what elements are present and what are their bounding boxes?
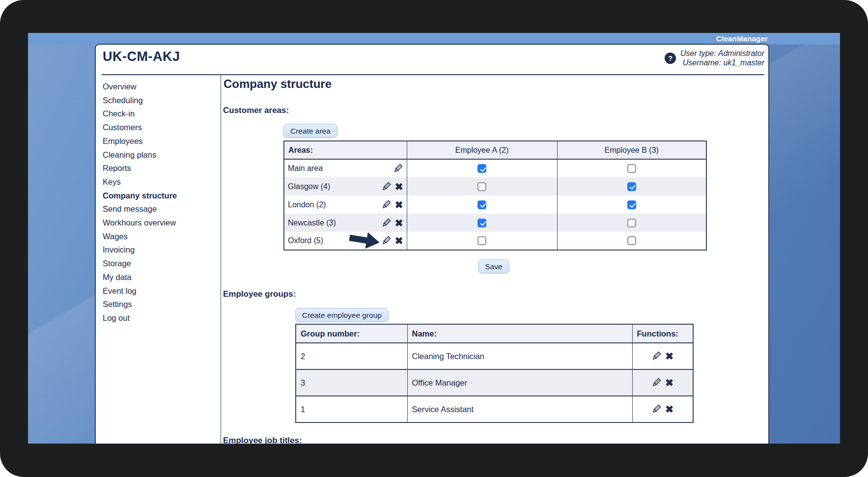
sidebar-item-log-out[interactable]: Log out bbox=[103, 311, 221, 325]
delete-icon[interactable]: ✖ bbox=[395, 182, 403, 192]
delete-icon[interactable]: ✖ bbox=[665, 404, 673, 414]
group-number: 1 bbox=[296, 396, 407, 422]
main-content: Company structure Customer areas: Create… bbox=[221, 75, 768, 444]
edit-icon[interactable] bbox=[392, 163, 403, 174]
group-number: 2 bbox=[296, 343, 407, 369]
delete-icon[interactable]: ✖ bbox=[665, 351, 673, 361]
employee-a-column-header: Employee A (2) bbox=[407, 141, 557, 159]
save-button[interactable]: Save bbox=[478, 259, 509, 274]
group-name: Office Manager bbox=[407, 369, 632, 396]
sidebar-item-invoicing[interactable]: Invoicing bbox=[103, 243, 221, 257]
area-name: Main area bbox=[288, 164, 323, 173]
sidebar-item-storage[interactable]: Storage bbox=[103, 257, 221, 271]
checkbox-employee-a[interactable] bbox=[477, 200, 486, 209]
create-area-button[interactable]: Create area bbox=[283, 124, 337, 138]
sidebar-item-overview[interactable]: Overview bbox=[103, 80, 221, 94]
customer-areas-label: Customer areas: bbox=[223, 106, 289, 115]
edit-icon[interactable] bbox=[381, 235, 392, 246]
area-row: Main area bbox=[284, 159, 706, 177]
username-text: Username: uk1_master bbox=[680, 58, 764, 67]
sidebar-item-scheduling[interactable]: Scheduling bbox=[103, 94, 221, 108]
group-row: 3 Office Manager ✖ bbox=[296, 369, 693, 396]
areas-column-header: Areas: bbox=[284, 141, 407, 159]
device-frame: CleanManager UK-CM-AKJ ? User type: Admi… bbox=[0, 0, 868, 477]
area-row: Glasgow (4) ✖ bbox=[284, 177, 706, 196]
employee-groups-table: Group number: Name: Functions: 2 Cleanin… bbox=[295, 324, 694, 423]
employee-groups-label: Employee groups: bbox=[223, 289, 296, 299]
delete-icon[interactable]: ✖ bbox=[395, 218, 403, 228]
user-type-text: User type: Administrator bbox=[680, 49, 764, 58]
sidebar-item-check-in[interactable]: Check-in bbox=[103, 107, 221, 121]
groups-table-body: 2 Cleaning Technician ✖ 3 Office Manager bbox=[296, 343, 693, 422]
employee-b-column-header: Employee B (3) bbox=[557, 141, 706, 159]
sidebar-item-customers[interactable]: Customers bbox=[103, 121, 221, 135]
user-lines: User type: Administrator Username: uk1_m… bbox=[680, 49, 764, 67]
checkbox-employee-b[interactable] bbox=[627, 164, 636, 173]
brand-bar: CleanManager bbox=[28, 33, 840, 44]
checkbox-employee-a[interactable] bbox=[477, 219, 486, 227]
edit-icon[interactable] bbox=[651, 351, 662, 362]
area-row: Newcastle (3) ✖ bbox=[284, 214, 706, 232]
group-number-column-header: Group number: bbox=[296, 324, 407, 343]
section-heading: Company structure bbox=[224, 77, 332, 91]
area-row: Oxford (5) ✖ bbox=[284, 232, 706, 250]
sidebar-item-workhours-overview[interactable]: Workhours overview bbox=[103, 216, 221, 230]
edit-icon[interactable] bbox=[651, 377, 662, 388]
checkbox-employee-b[interactable] bbox=[627, 219, 636, 227]
checkbox-employee-b[interactable] bbox=[627, 200, 636, 209]
areas-table-body: Main area bbox=[284, 159, 706, 250]
desktop-background: CleanManager UK-CM-AKJ ? User type: Admi… bbox=[28, 33, 840, 444]
brand-label: CleanManager bbox=[716, 34, 768, 43]
delete-icon[interactable]: ✖ bbox=[395, 200, 403, 210]
edit-icon[interactable] bbox=[381, 218, 392, 228]
area-name: Oxford (5) bbox=[288, 236, 323, 245]
groups-header-row: Group number: Name: Functions: bbox=[296, 324, 693, 343]
group-number: 3 bbox=[296, 369, 407, 396]
area-row: London (2) ✖ bbox=[284, 196, 706, 214]
sidebar-nav-list: OverviewSchedulingCheck-inCustomersEmplo… bbox=[96, 75, 221, 325]
group-name-column-header: Name: bbox=[407, 324, 632, 343]
checkbox-employee-b[interactable] bbox=[627, 236, 636, 245]
app-panel: UK-CM-AKJ ? User type: Administrator Use… bbox=[95, 44, 769, 444]
sidebar-item-reports[interactable]: Reports bbox=[103, 162, 221, 175]
delete-icon[interactable]: ✖ bbox=[395, 236, 403, 246]
group-row: 2 Cleaning Technician ✖ bbox=[296, 343, 693, 369]
edit-icon[interactable] bbox=[651, 404, 662, 415]
sidebar-item-cleaning-plans[interactable]: Cleaning plans bbox=[103, 148, 221, 162]
checkbox-employee-a[interactable] bbox=[477, 182, 486, 191]
sidebar-item-send-message[interactable]: Send message bbox=[103, 202, 221, 216]
areas-table: Areas: Employee A (2) Employee B (3) Mai… bbox=[283, 140, 707, 251]
panel-header: UK-CM-AKJ ? User type: Administrator Use… bbox=[96, 45, 768, 75]
edit-icon[interactable] bbox=[381, 199, 392, 210]
sidebar-item-employees[interactable]: Employees bbox=[103, 135, 221, 148]
area-name: Newcastle (3) bbox=[288, 219, 336, 227]
sidebar-item-company-structure[interactable]: Company structure bbox=[103, 189, 221, 203]
area-name: London (2) bbox=[288, 200, 326, 209]
edit-icon[interactable] bbox=[381, 181, 392, 192]
user-info: ? User type: Administrator Username: uk1… bbox=[665, 49, 764, 67]
areas-header-row: Areas: Employee A (2) Employee B (3) bbox=[284, 141, 706, 159]
area-name: Glasgow (4) bbox=[288, 182, 330, 191]
group-name: Service Assistant bbox=[407, 396, 632, 422]
checkbox-employee-b[interactable] bbox=[627, 182, 636, 191]
create-employee-group-button[interactable]: Create employee group bbox=[295, 308, 389, 322]
employee-job-titles-label: Employee job titles: bbox=[223, 436, 302, 444]
delete-icon[interactable]: ✖ bbox=[665, 378, 673, 388]
help-icon[interactable]: ? bbox=[665, 53, 676, 64]
sidebar-item-event-log[interactable]: Event log bbox=[103, 284, 221, 298]
checkbox-employee-a[interactable] bbox=[477, 164, 486, 173]
sidebar-item-wages[interactable]: Wages bbox=[103, 230, 221, 244]
group-row: 1 Service Assistant ✖ bbox=[296, 396, 693, 422]
sidebar-nav: OverviewSchedulingCheck-inCustomersEmplo… bbox=[96, 75, 221, 444]
group-name: Cleaning Technician bbox=[407, 343, 632, 369]
sidebar-item-settings[interactable]: Settings bbox=[103, 298, 221, 311]
sidebar-item-keys[interactable]: Keys bbox=[103, 175, 221, 189]
checkbox-employee-a[interactable] bbox=[477, 236, 486, 245]
group-functions-column-header: Functions: bbox=[632, 324, 693, 343]
page-title: UK-CM-AKJ bbox=[103, 49, 180, 64]
sidebar-item-my-data[interactable]: My data bbox=[103, 271, 221, 284]
